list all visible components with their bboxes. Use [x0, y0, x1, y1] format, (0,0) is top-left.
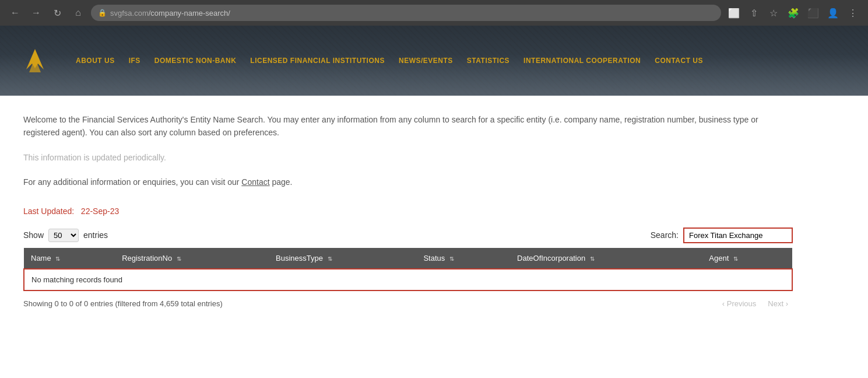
nav-item-ifs[interactable]: IFS — [129, 57, 140, 65]
home-button[interactable]: ⌂ — [70, 5, 86, 21]
next-button[interactable]: Next › — [763, 297, 793, 310]
sort-name-icon: ⇅ — [55, 256, 60, 262]
contact-text-after: page. — [270, 177, 293, 187]
col-business-type[interactable]: BusinessType ⇅ — [269, 248, 416, 269]
pagination: ‹ Previous Next › — [718, 297, 793, 310]
nav-menu: ABOUT US IFS DOMESTIC NON-BANK LICENSED … — [76, 57, 703, 65]
table-controls: Show 10 25 50 100 entries Search: — [23, 228, 793, 243]
sort-status-icon: ⇅ — [449, 256, 454, 262]
browser-actions: ⬜ ⇧ ☆ 🧩 ⬛ 👤 ⋮ — [726, 5, 861, 21]
site-header: ABOUT US IFS DOMESTIC NON-BANK LICENSED … — [0, 26, 868, 96]
show-label: Show — [23, 230, 44, 240]
contact-text: For any additional information or enquir… — [23, 176, 793, 188]
data-table: Name ⇅ RegistrationNo ⇅ BusinessType ⇅ S… — [23, 248, 793, 291]
address-bar[interactable]: 🔒 svgfsa.com /company-name-search/ — [91, 5, 721, 21]
search-label: Search: — [651, 230, 679, 240]
no-records-cell: No matching records found — [24, 269, 792, 290]
entries-label: entries — [83, 230, 108, 240]
previous-button[interactable]: ‹ Previous — [718, 297, 761, 310]
last-updated: Last Updated: 22-Sep-23 — [23, 206, 793, 216]
col-status[interactable]: Status ⇅ — [416, 248, 510, 269]
table-head: Name ⇅ RegistrationNo ⇅ BusinessType ⇅ S… — [24, 248, 792, 269]
col-reg-no[interactable]: RegistrationNo ⇅ — [115, 248, 269, 269]
nav-item-domestic-non-bank[interactable]: DOMESTIC NON-BANK — [154, 57, 237, 65]
col-date-incorporation[interactable]: DateOfIncorporation ⇅ — [510, 248, 702, 269]
tab-icon[interactable]: ⬛ — [805, 5, 821, 21]
last-updated-value: 22-Sep-23 — [81, 206, 119, 216]
table-body: No matching records found — [24, 269, 792, 290]
url-scheme: svgfsa.com — [110, 9, 149, 18]
browser-chrome: ← → ↻ ⌂ 🔒 svgfsa.com /company-name-searc… — [0, 0, 868, 26]
site-logo — [20, 46, 50, 75]
nav-item-intl-cooperation[interactable]: INTERNATIONAL COOPERATION — [523, 57, 641, 65]
show-entries: Show 10 25 50 100 entries — [23, 229, 108, 242]
sort-agent-icon: ⇅ — [733, 256, 738, 262]
intro-text: Welcome to the Financial Services Author… — [23, 113, 793, 139]
logo-area[interactable] — [12, 46, 58, 75]
nav-item-about-us[interactable]: ABOUT US — [76, 57, 115, 65]
extensions-icon[interactable]: 🧩 — [785, 5, 802, 21]
url-icon: 🔒 — [98, 9, 107, 17]
table-header-row: Name ⇅ RegistrationNo ⇅ BusinessType ⇅ S… — [24, 248, 792, 269]
share-icon[interactable]: ⇧ — [746, 5, 762, 21]
table-footer: Showing 0 to 0 of 0 entries (filtered fr… — [23, 297, 793, 310]
showing-info: Showing 0 to 0 of 0 entries (filtered fr… — [23, 299, 223, 308]
nav-item-news-events[interactable]: NEWS/EVENTS — [399, 57, 453, 65]
col-agent[interactable]: Agent ⇅ — [702, 248, 792, 269]
reload-button[interactable]: ↻ — [49, 5, 65, 21]
sort-doi-icon: ⇅ — [590, 256, 595, 262]
back-button[interactable]: ← — [7, 5, 23, 21]
header-content: ABOUT US IFS DOMESTIC NON-BANK LICENSED … — [0, 26, 868, 96]
url-path: /company-name-search/ — [149, 9, 230, 18]
forward-button[interactable]: → — [28, 5, 44, 21]
nav-item-contact-us[interactable]: CONTACT US — [655, 57, 703, 65]
entries-per-page-select[interactable]: 10 25 50 100 — [48, 229, 79, 242]
nav-item-licensed-fi[interactable]: LICENSED FINANCIAL INSTITUTIONS — [250, 57, 385, 65]
sort-biztype-icon: ⇅ — [328, 256, 332, 262]
sort-regno-icon: ⇅ — [177, 256, 181, 262]
profile-icon[interactable]: 👤 — [825, 5, 841, 21]
cast-icon[interactable]: ⬜ — [726, 5, 742, 21]
nav-item-statistics[interactable]: STATISTICS — [467, 57, 509, 65]
search-input[interactable] — [683, 228, 793, 243]
menu-icon[interactable]: ⋮ — [845, 5, 861, 21]
contact-text-before: For any additional information or enquir… — [23, 177, 241, 187]
main-content: Welcome to the Financial Services Author… — [0, 96, 816, 328]
updated-notice: This information is updated periodically… — [23, 151, 793, 164]
main-nav: ABOUT US IFS DOMESTIC NON-BANK LICENSED … — [76, 57, 703, 65]
col-name[interactable]: Name ⇅ — [24, 248, 115, 269]
search-area: Search: — [651, 228, 793, 243]
table-row-no-records: No matching records found — [24, 269, 792, 290]
last-updated-label: Last Updated: — [23, 206, 74, 216]
contact-link[interactable]: Contact — [241, 177, 269, 187]
bookmark-icon[interactable]: ☆ — [765, 5, 782, 21]
